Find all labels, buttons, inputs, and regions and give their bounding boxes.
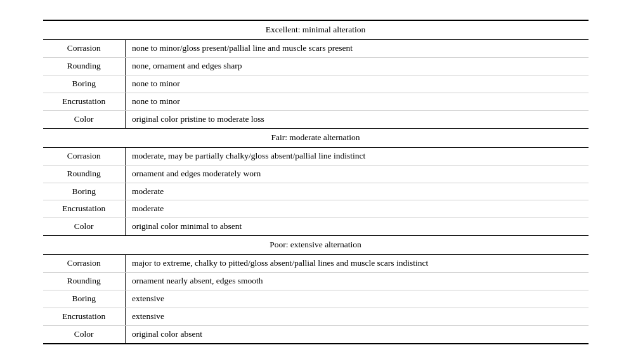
row-label: Color xyxy=(43,110,126,128)
row-value: original color minimal to absent xyxy=(126,218,589,236)
row-value: ornament nearly absent, edges smooth xyxy=(126,273,589,290)
table-row: Boringextensive xyxy=(43,290,589,308)
row-label: Boring xyxy=(43,75,126,93)
table-row: Encrustationnone to minor xyxy=(43,93,589,110)
table-row: Boringnone to minor xyxy=(43,75,589,93)
row-value: moderate xyxy=(126,183,589,200)
row-value: none to minor xyxy=(126,93,589,110)
section-title-1: Fair: moderate alternation xyxy=(43,128,589,147)
row-label: Encrustation xyxy=(43,93,126,110)
section-header-0: Excellent: minimal alteration xyxy=(43,21,589,39)
table-row: Corrasionmajor to extreme, chalky to pit… xyxy=(43,255,589,273)
row-value: original color absent xyxy=(126,325,589,342)
table-row: Colororiginal color pristine to moderate… xyxy=(43,110,589,128)
table-row: Colororiginal color minimal to absent xyxy=(43,218,589,236)
row-value: moderate, may be partially chalky/gloss … xyxy=(126,147,589,165)
row-value: extensive xyxy=(126,290,589,308)
row-label: Rounding xyxy=(43,273,126,290)
section-header-2: Poor: extensive alternation xyxy=(43,236,589,255)
table-row: Roundingornament and edges moderately wo… xyxy=(43,165,589,183)
table-row: Roundingnone, ornament and edges sharp xyxy=(43,58,589,75)
section-title-0: Excellent: minimal alteration xyxy=(43,21,589,39)
row-value: moderate xyxy=(126,200,589,218)
row-label: Encrustation xyxy=(43,200,126,218)
row-label: Rounding xyxy=(43,58,126,75)
row-label: Corrasion xyxy=(43,40,126,58)
row-label: Boring xyxy=(43,183,126,200)
row-value: none to minor/gloss present/pallial line… xyxy=(126,40,589,58)
row-value: extensive xyxy=(126,308,589,325)
row-value: ornament and edges moderately worn xyxy=(126,165,589,183)
row-value: none to minor xyxy=(126,75,589,93)
row-value: none, ornament and edges sharp xyxy=(126,58,589,75)
row-label: Color xyxy=(43,218,126,236)
row-label: Boring xyxy=(43,290,126,308)
row-label: Corrasion xyxy=(43,147,126,165)
section-title-2: Poor: extensive alternation xyxy=(43,236,589,255)
row-label: Encrustation xyxy=(43,308,126,325)
row-value: original color pristine to moderate loss xyxy=(126,110,589,128)
row-label: Corrasion xyxy=(43,255,126,273)
preservation-table: Excellent: minimal alterationCorrasionno… xyxy=(43,21,589,343)
section-header-1: Fair: moderate alternation xyxy=(43,128,589,147)
row-value: major to extreme, chalky to pitted/gloss… xyxy=(126,255,589,273)
table-row: Encrustationextensive xyxy=(43,308,589,325)
table-row: Roundingornament nearly absent, edges sm… xyxy=(43,273,589,290)
table-row: Colororiginal color absent xyxy=(43,325,589,342)
table-row: Boringmoderate xyxy=(43,183,589,200)
table-row: Corrasionmoderate, may be partially chal… xyxy=(43,147,589,165)
row-label: Rounding xyxy=(43,165,126,183)
row-label: Color xyxy=(43,325,126,342)
table-row: Encrustationmoderate xyxy=(43,200,589,218)
main-table-wrapper: Excellent: minimal alterationCorrasionno… xyxy=(43,20,589,344)
table-row: Corrasionnone to minor/gloss present/pal… xyxy=(43,40,589,58)
